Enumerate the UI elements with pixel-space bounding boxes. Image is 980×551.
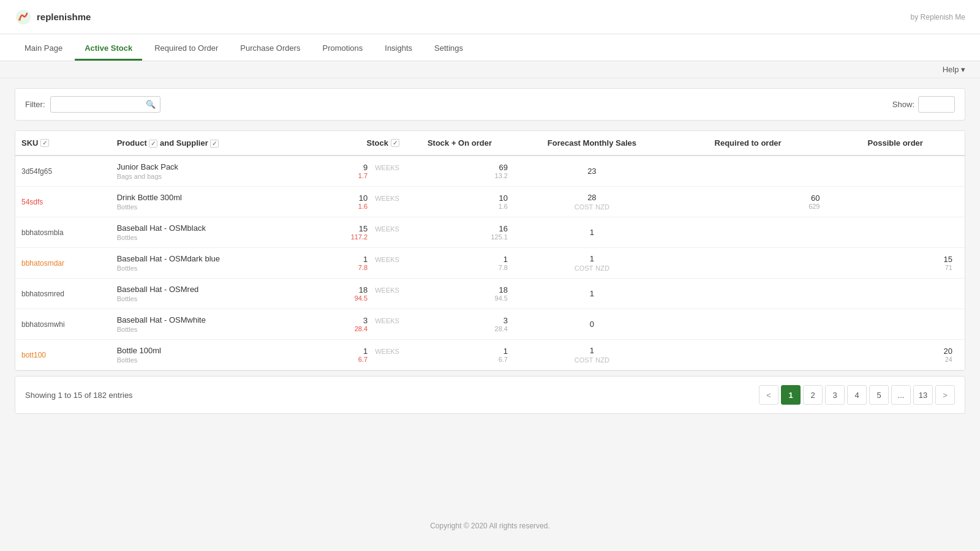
cell-forecast: 0 (514, 309, 670, 340)
cell-forecast: 1 (514, 279, 670, 309)
cell-stock-on-order: 10 1.6 (405, 187, 514, 217)
stock-weeks: 1.7 (358, 172, 368, 179)
cell-stock: 10 1.6 WEEKS (301, 187, 405, 217)
on-order-value: 3 (412, 316, 508, 325)
cell-product: Baseball Hat - OSMwhite Bottles (111, 309, 301, 340)
weeks-label: WEEKS (372, 225, 399, 233)
cell-stock-on-order: 3 28.4 (405, 309, 514, 340)
nav-promotions[interactable]: Promotions (313, 37, 373, 61)
stock-weeks: 1.6 (358, 203, 368, 210)
th-product-sort[interactable]: Product ✓ and Supplier ✓ (117, 138, 219, 148)
pagination-page-3[interactable]: 3 (825, 385, 845, 405)
svg-point-1 (18, 18, 21, 21)
product-name: Bottle 100ml (117, 346, 295, 355)
filter-input[interactable] (50, 96, 160, 113)
on-order-weeks: 125.1 (412, 233, 508, 241)
cell-sku[interactable]: 54sdfs (15, 187, 111, 217)
cell-forecast: 28 COSTNZD (514, 187, 670, 217)
pagination-page-1[interactable]: 1 (781, 385, 801, 405)
nav-required-to-order[interactable]: Required to Order (145, 37, 228, 61)
currency-label: NZD (595, 356, 609, 364)
cell-stock-on-order: 1 6.7 (405, 340, 514, 370)
pagination-page-5[interactable]: 5 (869, 385, 889, 405)
show-input[interactable] (918, 96, 955, 113)
product-sub: Bottles (117, 203, 295, 211)
cell-sku[interactable]: bott100 (15, 340, 111, 370)
stock-value: 1 (358, 255, 368, 264)
possible-sub: 71 (832, 264, 952, 271)
table-row: bbhatosmbla Baseball Hat - OSMblack Bott… (15, 217, 965, 248)
pagination-page-4[interactable]: 4 (847, 385, 867, 405)
on-order-value: 69 (412, 163, 508, 172)
cell-possible: 2024 (826, 340, 965, 370)
supplier-sort-icon: ✓ (210, 140, 219, 148)
pagination-buttons: < 1 2 3 4 5 ... 13 > (759, 385, 955, 405)
sku-sort-icon: ✓ (40, 139, 49, 147)
nav-active-stock[interactable]: Active Stock (75, 37, 142, 61)
cell-product: Baseball Hat - OSMblack Bottles (111, 217, 301, 248)
stock-value: 15 (351, 224, 368, 233)
product-name: Baseball Hat - OSMblack (117, 223, 295, 233)
stock-weeks: 7.8 (358, 264, 368, 271)
possible-sub: 24 (832, 356, 952, 363)
cell-forecast: 1 (514, 217, 670, 248)
weeks-label: WEEKS (372, 195, 399, 202)
stock-weeks: 28.4 (355, 325, 368, 332)
app-logo: replenishme (15, 9, 91, 26)
pagination-prev[interactable]: < (759, 385, 778, 405)
stock-value: 1 (358, 347, 368, 356)
cell-product: Bottle 100ml Bottles (111, 340, 301, 370)
weeks-label: WEEKS (372, 348, 399, 355)
nav-main-page[interactable]: Main Page (15, 37, 72, 61)
th-stock-on-order: Stock + On order (405, 131, 514, 156)
pagination-page-13[interactable]: 13 (913, 385, 933, 405)
th-sku[interactable]: SKU ✓ (15, 131, 111, 156)
stock-sort-icon: ✓ (391, 139, 399, 147)
product-name: Baseball Hat - OSMdark blue (117, 254, 295, 263)
on-order-value: 10 (412, 193, 508, 203)
help-button[interactable]: Help ▾ (943, 65, 965, 74)
th-stock[interactable]: Stock ✓ (301, 131, 405, 156)
stock-weeks: 117.2 (351, 233, 368, 241)
currency-label: NZD (595, 203, 609, 211)
cell-possible (826, 279, 965, 309)
cell-sku[interactable]: bbhatosmdar (15, 248, 111, 279)
cell-sku: bbhatosmred (15, 279, 111, 309)
cell-sku: bbhatosmbla (15, 217, 111, 248)
th-stock-sort[interactable]: Stock ✓ (366, 138, 399, 148)
app-header: replenishme by Replenish Me (0, 0, 980, 34)
cell-stock: 1 7.8 WEEKS (301, 248, 405, 279)
cell-required (670, 156, 826, 187)
th-sku-sort[interactable]: SKU ✓ (21, 138, 49, 148)
cell-forecast: 1 COSTNZD (514, 248, 670, 279)
nav-insights[interactable]: Insights (375, 37, 422, 61)
stock-value: 18 (355, 285, 368, 294)
nav-settings[interactable]: Settings (424, 37, 473, 61)
pagination-ellipsis: ... (891, 385, 911, 405)
cell-stock: 15 117.2 WEEKS (301, 217, 405, 248)
cell-stock: 9 1.7 WEEKS (301, 156, 405, 187)
product-sort-icon: ✓ (149, 140, 157, 148)
forecast-value: 23 (520, 167, 664, 176)
pagination-next[interactable]: > (935, 385, 955, 405)
on-order-value: 18 (412, 285, 508, 294)
filter-label: Filter: (25, 100, 45, 109)
main-content: Filter: 🔍 Show: SKU ✓ (0, 78, 980, 512)
stock-value: 3 (355, 316, 368, 325)
th-product[interactable]: Product ✓ and Supplier ✓ (111, 131, 301, 156)
on-order-value: 1 (412, 255, 508, 264)
weeks-label: WEEKS (372, 287, 399, 294)
table-header-row: SKU ✓ Product ✓ and Supplier ✓ Stock ✓ (15, 131, 965, 156)
currency-label: NZD (595, 264, 609, 272)
cell-required (670, 340, 826, 370)
th-forecast: Forecast Monthly Sales (514, 131, 670, 156)
pagination-page-2[interactable]: 2 (803, 385, 823, 405)
product-sub: Bottles (117, 234, 295, 241)
forecast-value: 1 (520, 254, 664, 263)
cost-label: COST (575, 356, 594, 364)
cell-stock: 3 28.4 WEEKS (301, 309, 405, 340)
stock-value: 10 (358, 193, 368, 203)
product-name: Baseball Hat - OSMred (117, 285, 295, 294)
nav-purchase-orders[interactable]: Purchase Orders (230, 37, 310, 61)
showing-text: Showing 1 to 15 of 182 entries (25, 391, 133, 400)
